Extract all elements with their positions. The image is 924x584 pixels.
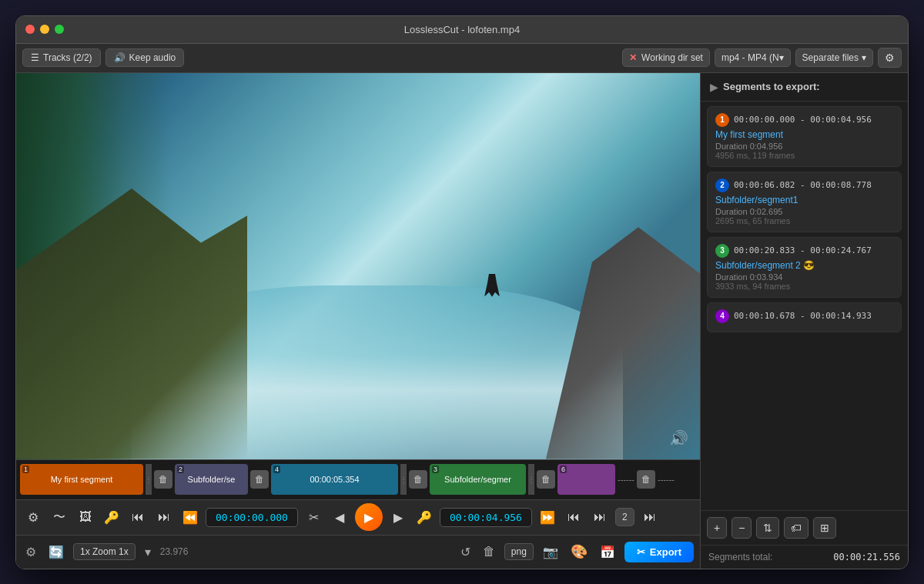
window-controls (25, 25, 64, 34)
speed-display[interactable]: 2 (615, 508, 634, 526)
audio-button[interactable]: 🔊 Keep audio (105, 48, 185, 67)
timeline-segment-2[interactable]: 2 Subfolder/se (175, 464, 248, 495)
format-button[interactable]: mp4 - MP4 (N▾ (715, 48, 791, 67)
timeline-segment-active[interactable]: 4 00:00:05.354 (271, 464, 398, 495)
export-mode-button[interactable]: Separate files ▾ (795, 48, 873, 67)
video-frame: 🔊 (16, 73, 700, 459)
minimize-button[interactable] (40, 25, 49, 34)
tag-button[interactable]: 🏷 (784, 517, 808, 539)
sidebar-header: ▶ Segments to export: (701, 73, 908, 102)
segment-time-3: 00:00:20.833 - 00:00:24.767 (734, 245, 872, 255)
timeline-segment-6[interactable]: 6 (557, 464, 615, 495)
seg-number-4: 4 (273, 466, 280, 473)
segment-details-3: 3933 ms, 94 frames (715, 282, 893, 291)
tracks-button[interactable]: ☰ Tracks (2/2) (22, 48, 101, 67)
format-png-button[interactable]: png (504, 543, 534, 560)
end-time-display[interactable]: 00:00:04.956 (440, 508, 532, 527)
loop-button[interactable]: 🔄 (45, 542, 67, 562)
segment-delete-3[interactable]: 🗑 (537, 470, 555, 489)
segment-time-1: 00:00:00.000 - 00:00:04.956 (734, 115, 872, 125)
segment-delete-1[interactable]: 🗑 (154, 470, 172, 489)
timeline-dashes-end: ------ (658, 475, 675, 484)
segment-card-header-3: 3 00:00:20.833 - 00:00:24.767 (715, 244, 893, 258)
segment-card-header-2: 2 00:00:06.082 - 00:00:08.778 (715, 179, 893, 192)
settings-bottom-button[interactable]: ⚙ (22, 542, 39, 562)
next-button[interactable]: ▶ (387, 506, 409, 528)
close-icon: ✕ (629, 52, 637, 63)
chevron-icon: ▶ (710, 81, 718, 93)
segment-details-1: 4956 ms, 119 frames (715, 151, 893, 160)
waveform-button[interactable]: 〜 (49, 506, 70, 528)
segment-card-header-1: 1 00:00:00.000 - 00:00:04.956 (715, 113, 893, 127)
scissors-icon: ✂ (637, 546, 645, 558)
segment-card-3[interactable]: 3 00:00:20.833 - 00:00:24.767 Subfolder/… (707, 237, 902, 298)
audio-icon: 🔊 (114, 52, 126, 63)
total-value: 00:00:21.556 (833, 552, 900, 562)
key2-button[interactable]: 🔑 (413, 506, 435, 528)
prev-frame-button[interactable]: ⏭ (153, 506, 175, 528)
export-button[interactable]: ✂ Export (624, 542, 694, 562)
close-button[interactable] (25, 25, 35, 34)
segment-handle-1[interactable]: ⋮ (146, 464, 152, 495)
key-button[interactable]: 🔑 (101, 506, 122, 528)
segment-delete-active[interactable]: 🗑 (409, 470, 427, 489)
zoom-label: 1x Zoom 1x (73, 543, 136, 560)
split-button[interactable]: ⊞ (813, 517, 836, 539)
reset-button[interactable]: ↺ (457, 542, 474, 562)
sidebar: ▶ Segments to export: 1 00:00:00.000 - 0… (700, 73, 908, 569)
segment-time-2: 00:00:06.082 - 00:00:08.778 (734, 180, 872, 190)
timeline-segment-1[interactable]: 1 My first segment (20, 464, 143, 495)
skip-next-button[interactable]: ⏭ (639, 506, 661, 528)
controls-bar: ⚙ 〜 🖼 🔑 ⏮ ⏭ ⏪ 00:00:00.000 ✂ ◀ ▶ ▶ 🔑 00:… (16, 499, 700, 535)
toolbar: ☰ Tracks (2/2) 🔊 Keep audio ✕ Working di… (16, 44, 908, 73)
remove-segment-button[interactable]: − (732, 517, 752, 539)
bottom-bar: ⚙ 🔄 1x Zoom 1x ▾ 23.976 ↺ 🗑 png 📷 🎨 📅 ✂ … (16, 535, 700, 569)
play-button[interactable]: ▶ (355, 503, 383, 531)
segment-delete-2[interactable]: 🗑 (250, 470, 269, 489)
timeline-segment-3[interactable]: 3 Subfolder/segmer (430, 464, 526, 495)
volume-icon[interactable]: 🔊 (669, 429, 688, 448)
toolbar-right: ✕ Working dir set mp4 - MP4 (N▾ Separate… (622, 48, 902, 68)
main-content: 🔊 1 My first segment ⋮ 🗑 2 Subfolder/se … (16, 73, 908, 569)
calendar-button[interactable]: 📅 (597, 542, 618, 562)
skip-end-prev-button[interactable]: ⏮ (563, 506, 584, 528)
cut-start-button[interactable]: ✂ (303, 506, 324, 528)
segment-num-badge-2: 2 (715, 179, 729, 192)
reorder-button[interactable]: ⇅ (756, 517, 779, 539)
segment-name-2: Subfolder/segment1 (715, 195, 893, 205)
seg-number-1: 1 (22, 466, 29, 473)
settings-button[interactable]: ⚙ (878, 48, 902, 68)
segment-card-4[interactable]: 4 00:00:10.678 - 00:00:14.933 (707, 302, 902, 332)
skip-end-button[interactable]: ⏭ (589, 506, 611, 528)
maximize-button[interactable] (55, 25, 64, 34)
segment-handle-3[interactable]: ⋮ (528, 464, 534, 495)
set-end-button[interactable]: ⏩ (537, 506, 558, 528)
segment-duration-2: Duration 0:02.695 (715, 207, 893, 216)
segments-list: 1 00:00:00.000 - 00:00:04.956 My first s… (701, 102, 908, 510)
total-label: Segments total: (708, 552, 772, 562)
menu-icon: ☰ (31, 52, 39, 63)
camera-button[interactable]: 📷 (540, 542, 561, 562)
sidebar-total: Segments total: 00:00:21.556 (701, 545, 908, 569)
sidebar-title: Segments to export: (723, 81, 820, 92)
zoom-dropdown[interactable]: ▾ (142, 542, 154, 562)
working-dir-button[interactable]: ✕ Working dir set (622, 48, 710, 67)
segment-card-2[interactable]: 2 00:00:06.082 - 00:00:08.778 Subfolder/… (707, 172, 902, 232)
settings-ctrl-button[interactable]: ⚙ (22, 506, 44, 528)
fps-display: 23.976 (160, 546, 189, 557)
title-bar: LosslessCut - lofoten.mp4 (16, 16, 908, 44)
segment-handle-active[interactable]: ⋮ (400, 464, 407, 495)
segment-name-3: Subfolder/segment 2 😎 (715, 260, 893, 271)
snapshot-button[interactable]: 🖼 (75, 506, 96, 528)
current-time-display[interactable]: 00:00:00.000 (206, 508, 298, 527)
add-segment-button[interactable]: + (707, 517, 727, 539)
segment-num-badge-4: 4 (715, 309, 729, 323)
delete-segment-button[interactable]: 🗑 (480, 542, 498, 562)
skip-start-button[interactable]: ⏮ (127, 506, 149, 528)
prev-button[interactable]: ◀ (329, 506, 350, 528)
segment-delete-6[interactable]: 🗑 (637, 470, 655, 489)
color-button[interactable]: 🎨 (567, 540, 591, 563)
segment-card-1[interactable]: 1 00:00:00.000 - 00:00:04.956 My first s… (707, 106, 902, 167)
set-start-button[interactable]: ⏪ (179, 506, 201, 528)
window-title: LosslessCut - lofoten.mp4 (404, 24, 520, 35)
